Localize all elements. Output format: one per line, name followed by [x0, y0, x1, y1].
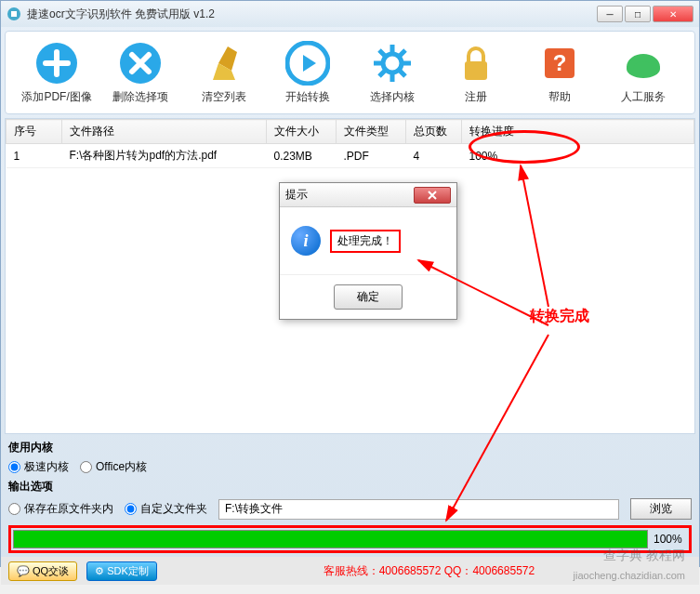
col-progress[interactable]: 转换进度 — [462, 120, 694, 144]
sdk-button[interactable]: ⚙ SDK定制 — [86, 561, 157, 581]
col-type[interactable]: 文件类型 — [337, 120, 406, 144]
start-convert-button[interactable]: 开始转换 — [271, 41, 345, 105]
service-button[interactable]: 人工服务 — [606, 41, 680, 105]
progress-section: 100% — [8, 525, 692, 553]
col-path[interactable]: 文件路径 — [62, 120, 267, 144]
lock-icon — [454, 41, 498, 86]
maximize-button[interactable]: □ — [625, 6, 651, 22]
plus-circle-icon — [34, 41, 79, 86]
output-keep-radio[interactable]: 保存在原文件夹内 — [8, 501, 113, 517]
svg-text:?: ? — [552, 50, 566, 75]
close-button[interactable]: ✕ — [653, 6, 693, 22]
clear-list-button[interactable]: 清空列表 — [187, 41, 261, 105]
col-pages[interactable]: 总页数 — [406, 120, 462, 144]
help-button[interactable]: ? 帮助 — [522, 41, 597, 105]
col-seq[interactable]: 序号 — [7, 120, 62, 144]
close-icon — [427, 191, 438, 200]
dialog-close-button[interactable] — [414, 187, 451, 204]
message-dialog: 提示 i 处理完成！ 确定 — [279, 182, 457, 320]
register-button[interactable]: 注册 — [439, 41, 513, 105]
info-icon: i — [291, 226, 321, 256]
kernel-office-radio[interactable]: Office内核 — [80, 459, 147, 475]
kernel-fast-radio[interactable]: 极速内核 — [8, 459, 69, 475]
table-row[interactable]: 1 F:\各种图片转为pdf的方法.pdf 0.23MB .PDF 4 100% — [7, 144, 694, 168]
options-panel: 使用内核 极速内核 Office内核 输出选项 保存在原文件夹内 自定义文件夹 … — [8, 440, 692, 520]
progress-bar — [13, 530, 648, 548]
dialog-title: 提示 — [285, 187, 414, 203]
delete-selection-button[interactable]: 删除选择项 — [103, 41, 178, 105]
svg-rect-5 — [465, 61, 487, 80]
output-path-input[interactable] — [218, 499, 619, 520]
gear-icon — [370, 41, 415, 86]
app-icon — [7, 7, 21, 21]
dialog-ok-button[interactable]: 确定 — [334, 284, 403, 310]
toolbar: 添加PDF/图像 删除选择项 清空列表 开始转换 选择内核 注册 ? 帮助 人工 — [5, 31, 695, 114]
kernel-label: 使用内核 — [8, 440, 692, 455]
output-label: 输出选项 — [8, 479, 692, 495]
progress-text: 100% — [654, 533, 687, 546]
play-circle-icon — [285, 41, 330, 86]
add-file-button[interactable]: 添加PDF/图像 — [20, 41, 94, 105]
phone-icon — [621, 41, 666, 86]
qq-chat-button[interactable]: 💬 QQ交谈 — [8, 561, 77, 581]
dialog-message: 处理完成！ — [330, 230, 401, 253]
x-circle-icon — [118, 41, 163, 86]
output-custom-radio[interactable]: 自定义文件夹 — [125, 501, 207, 517]
minimize-button[interactable]: ─ — [597, 6, 623, 22]
watermark-url: jiaocheng.chazidian.com — [574, 570, 685, 581]
browse-button[interactable]: 浏览 — [630, 498, 692, 520]
titlebar: 捷速ocr文字识别软件 免费试用版 v1.2 ─ □ ✕ — [1, 1, 699, 27]
window-title: 捷速ocr文字识别软件 免费试用版 v1.2 — [27, 7, 595, 22]
svg-point-4 — [383, 54, 402, 73]
broom-icon — [202, 41, 246, 86]
select-kernel-button[interactable]: 选择内核 — [355, 41, 429, 105]
col-size[interactable]: 文件大小 — [267, 120, 337, 144]
help-book-icon: ? — [537, 41, 582, 86]
watermark-name: 查字典 教程网 — [603, 548, 685, 564]
